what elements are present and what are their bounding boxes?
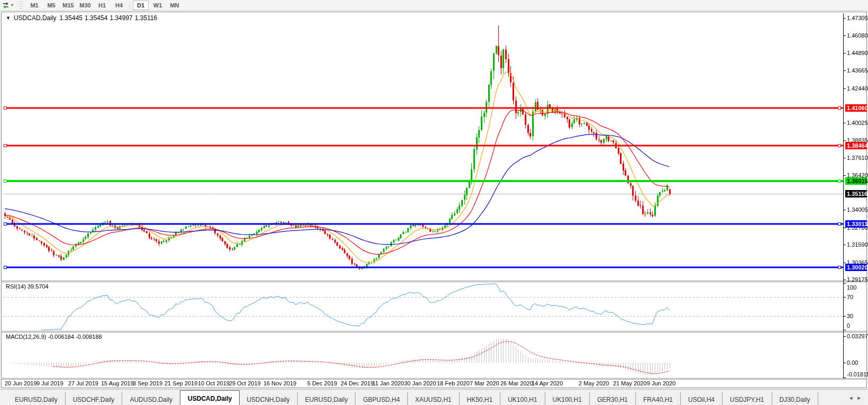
chart-tab-ger30-h1[interactable]: GER30,H1 xyxy=(590,392,636,405)
rsi-axis-label: 0 xyxy=(847,322,867,329)
toolbar-grip-handle[interactable] xyxy=(19,2,23,9)
timeframe-button-h4[interactable]: H4 xyxy=(111,1,127,10)
chart-tools-icon xyxy=(2,2,10,9)
tab-scroll-controls: ◂ ▸ xyxy=(849,390,861,405)
timeframe-button-m15[interactable]: M15 xyxy=(60,1,76,10)
chart-tab-xauusd-h1[interactable]: XAUUSD,H1 xyxy=(408,392,460,405)
date-axis-label: 14 Apr 2020 xyxy=(532,380,563,386)
chart-tab-gbpusd-h4[interactable]: GBPUSD,H4 xyxy=(355,392,407,405)
price-axis-label: 1.31590 xyxy=(847,241,867,248)
price-level-tag: 1.36015 xyxy=(845,177,867,185)
bar-low-value: 1.34997 xyxy=(109,14,132,22)
chart-tab-uk100-h1[interactable]: UK100,H1 xyxy=(500,392,545,405)
chevron-down-icon: ▾ xyxy=(11,3,13,7)
tab-scroll-left-icon[interactable]: ◂ xyxy=(849,394,853,401)
price-axis-label: 1.40025 xyxy=(847,120,867,127)
tab-scroll-right-icon[interactable]: ▸ xyxy=(857,394,861,401)
macd-main-value: -0.006184 xyxy=(48,334,74,340)
price-axis-label: 1.43665 xyxy=(847,67,867,74)
timeframe-button-w1[interactable]: W1 xyxy=(150,1,166,10)
price-axis-label: 1.34005 xyxy=(847,206,867,213)
date-axis-label: 18 Feb 2020 xyxy=(437,380,470,386)
chart-tab-usdcad-daily[interactable]: USDCAD,Daily xyxy=(180,390,240,405)
timeframe-button-m30[interactable]: M30 xyxy=(77,1,93,10)
timeframe-button-m5[interactable]: M5 xyxy=(43,1,59,10)
price-axis-label: 1.46080 xyxy=(847,32,867,39)
chart-ohlc-readout: ▼ USDCAD,Daily 1.35445 1.35454 1.34997 1… xyxy=(6,14,157,22)
date-axis-label: 27 Jul 2019 xyxy=(68,380,98,386)
chart-tab-audusd-daily[interactable]: AUDUSD,Daily xyxy=(122,392,180,405)
macd-axis-label: 0.032972 xyxy=(847,333,867,340)
date-axis-label: 15 Aug 2019 xyxy=(101,380,134,386)
bar-close-value: 1.35116 xyxy=(135,14,158,22)
date-axis-label: 9 Jun 2020 xyxy=(647,380,675,386)
chart-tab-bar: EURUSD,DailyUSDCHF,DailyAUDUSD,DailyUSDC… xyxy=(0,389,868,405)
date-axis-label: 5 Dec 2019 xyxy=(307,380,337,386)
chart-tab-usoil-h4[interactable]: USOil,H4 xyxy=(681,392,723,405)
price-axis-label: 1.47305 xyxy=(847,15,867,22)
macd-axis-label: 0.00 xyxy=(847,359,867,366)
macd-axis-label: -0.01815 xyxy=(847,371,867,378)
price-level-tag: 1.30020 xyxy=(845,264,867,271)
chart-tab-usdjpy-h1[interactable]: USDJPY,H1 xyxy=(723,392,772,405)
timeframe-button-mn[interactable]: MN xyxy=(167,1,182,10)
chart-tab-usdchf-daily[interactable]: USDCHF,Daily xyxy=(66,392,123,405)
timeframe-button-m1[interactable]: M1 xyxy=(26,1,42,10)
rsi-indicator-label: RSI(14) 39.5704 xyxy=(6,283,49,290)
chart-tab-hk50-h1[interactable]: HK50,H1 xyxy=(460,392,501,405)
price-level-tag: 1.41060 xyxy=(845,104,867,112)
price-axis-label: 1.29175 xyxy=(847,276,867,283)
toolbar-separator xyxy=(130,2,130,9)
chart-tab-uk100-h1[interactable]: UK100,H1 xyxy=(545,392,590,405)
date-axis-label: 2 May 2020 xyxy=(579,380,609,386)
timeframe-toolbar: ▾ M1M5M15M30H1H4D1W1MN xyxy=(0,0,868,11)
date-axis-label: 10 Oct 2019 xyxy=(198,380,230,386)
bar-open-value: 1.35445 xyxy=(60,14,83,22)
chart-tabs: EURUSD,DailyUSDCHF,DailyAUDUSD,DailyUSDC… xyxy=(7,390,818,405)
chart-tab-dj30-daily[interactable]: DJ30,Daily xyxy=(772,392,818,405)
chart-tab-eurusd-daily[interactable]: EURUSD,Daily xyxy=(7,392,66,405)
price-level-tag: 1.33011 xyxy=(845,220,867,228)
date-axis-label: 7 Mar 2020 xyxy=(470,380,499,386)
price-chart-canvas[interactable] xyxy=(2,12,866,388)
date-axis-label: 20 Jun 2019 xyxy=(5,380,37,386)
date-axis-label: 21 May 2020 xyxy=(613,380,647,386)
current-price-tag: 1.35116 xyxy=(845,190,867,197)
date-axis-label: 26 Mar 2020 xyxy=(500,380,533,386)
date-axis-label: 30 Jan 2020 xyxy=(404,380,436,386)
rsi-axis-label: 70 xyxy=(847,294,867,301)
date-axis-label: 16 Nov 2019 xyxy=(263,380,296,386)
rsi-current-value: 39.5704 xyxy=(28,283,49,290)
timeframe-button-h1[interactable]: H1 xyxy=(94,1,110,10)
title-dropdown-icon: ▼ xyxy=(6,15,11,21)
timeframe-button-d1[interactable]: D1 xyxy=(133,1,149,10)
chart-tab-eurusd-daily[interactable]: EURUSD,Daily xyxy=(298,392,356,405)
date-axis-label: 3 Sep 2019 xyxy=(133,380,162,386)
chart-tools-button[interactable]: ▾ xyxy=(0,1,15,10)
bar-high-value: 1.35454 xyxy=(85,14,107,22)
date-axis-label: 11 Jan 2020 xyxy=(372,380,404,386)
macd-indicator-label: MACD(12,26,9) -0.006184 -0.008188 xyxy=(6,334,102,340)
date-axis-label: 9 Jul 2019 xyxy=(36,380,63,386)
chart-tab-usdcnh-daily[interactable]: USDCNH,Daily xyxy=(239,392,297,405)
chart-tab-fra40-h1[interactable]: FRA40,H1 xyxy=(636,392,681,405)
symbol-period-label: USDCAD,Daily xyxy=(14,14,57,22)
date-axis-label: 24 Dec 2019 xyxy=(341,380,373,386)
rsi-axis-label: 30 xyxy=(847,313,867,320)
date-axis-label: 21 Sep 2019 xyxy=(165,380,197,386)
chart-window: ▼ USDCAD,Daily 1.35445 1.35454 1.34997 1… xyxy=(1,12,867,388)
price-axis-label: 1.44890 xyxy=(847,50,867,57)
rsi-axis-label: 100 xyxy=(847,284,867,291)
macd-signal-value: -0.008188 xyxy=(76,334,102,340)
price-level-tag: 1.38464 xyxy=(845,142,867,149)
price-axis-label: 1.37610 xyxy=(847,155,867,161)
timeframe-buttons-group: M1M5M15M30H1H4D1W1MN xyxy=(26,1,183,10)
date-axis-label: 29 Oct 2019 xyxy=(229,380,261,386)
price-axis-label: 1.42440 xyxy=(847,85,867,92)
